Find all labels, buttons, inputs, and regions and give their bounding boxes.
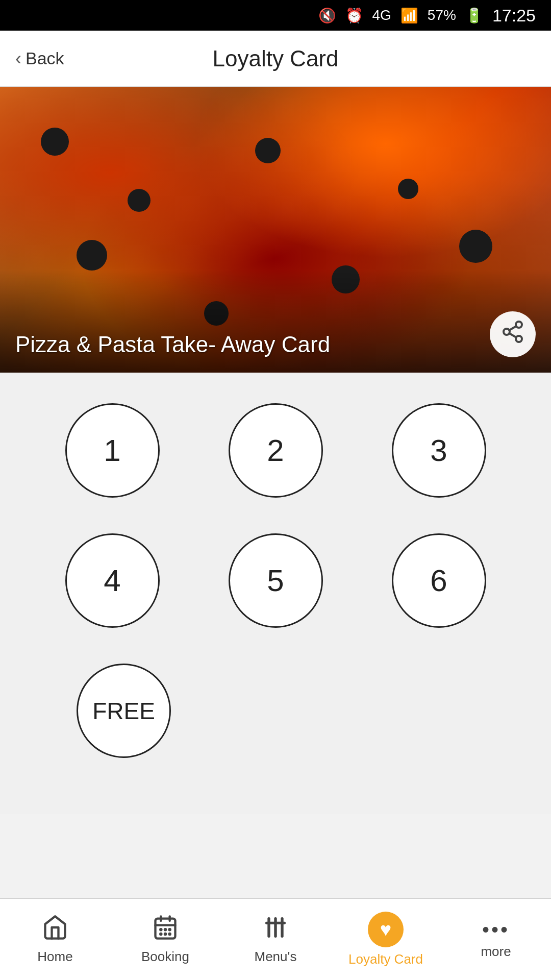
svg-line-4 — [509, 326, 516, 330]
bluetooth-icon: 🔇 — [318, 7, 336, 24]
top-nav: ‹ Back Loyalty Card — [0, 31, 551, 87]
signal-bars-icon: 📶 — [400, 7, 418, 24]
nav-loyalty-label: Loyalty Card — [348, 951, 423, 967]
time-display: 17:25 — [492, 6, 536, 26]
loyalty-bubble: ♥ — [368, 912, 404, 947]
share-icon — [500, 320, 525, 349]
home-icon — [42, 914, 68, 945]
stamp-row-2: 4 5 6 — [31, 533, 520, 628]
page-title: Loyalty Card — [212, 46, 338, 71]
stamp-2[interactable]: 2 — [229, 403, 323, 498]
stamp-row-3: FREE — [31, 664, 520, 758]
stamp-6-label: 6 — [430, 563, 447, 598]
hero-overlay: Pizza & Pasta Take- Away Card — [0, 271, 551, 373]
stamp-5[interactable]: 5 — [229, 533, 323, 628]
nav-menus[interactable]: Menu's — [220, 914, 331, 965]
nav-more[interactable]: ••• more — [441, 919, 551, 960]
stamp-3[interactable]: 3 — [392, 403, 486, 498]
signal-label: 4G — [372, 7, 391, 23]
booking-icon — [152, 914, 179, 945]
menus-icon — [262, 914, 289, 945]
topping-4 — [255, 138, 281, 163]
nav-more-label: more — [481, 944, 511, 960]
stamp-4-label: 4 — [104, 563, 120, 598]
stamp-5-label: 5 — [267, 563, 284, 598]
share-button[interactable] — [490, 311, 536, 357]
nav-loyalty[interactable]: ♥ Loyalty Card — [331, 912, 441, 967]
nav-booking-label: Booking — [141, 949, 189, 965]
hero-image: Pizza & Pasta Take- Away Card — [0, 87, 551, 373]
card-title: Pizza & Pasta Take- Away Card — [15, 332, 330, 357]
stamp-2-label: 2 — [267, 433, 284, 468]
loyalty-heart-icon: ♥ — [380, 919, 392, 941]
stamp-free-label: FREE — [92, 697, 155, 725]
back-label: Back — [26, 48, 64, 68]
topping-3 — [77, 240, 107, 271]
stamp-4[interactable]: 4 — [65, 533, 160, 628]
nav-home-label: Home — [37, 949, 72, 965]
stamp-3-label: 3 — [430, 433, 447, 468]
back-chevron-icon: ‹ — [15, 48, 21, 69]
status-bar: 🔇 ⏰ 4G 📶 57% 🔋 17:25 — [0, 0, 551, 31]
topping-1 — [41, 128, 69, 156]
stamp-1-label: 1 — [104, 433, 120, 468]
bottom-nav: Home Booking — [0, 898, 551, 980]
stamp-row-1: 1 2 3 — [31, 403, 520, 498]
stamp-free[interactable]: FREE — [77, 664, 171, 758]
stamp-1[interactable]: 1 — [65, 403, 160, 498]
topping-2 — [128, 189, 151, 212]
more-dots-icon: ••• — [482, 919, 510, 940]
topping-7 — [459, 230, 492, 263]
nav-menus-label: Menu's — [254, 949, 296, 965]
svg-line-3 — [509, 333, 516, 337]
nav-booking[interactable]: Booking — [110, 914, 220, 965]
nav-home[interactable]: Home — [0, 914, 110, 965]
alarm-icon: ⏰ — [345, 7, 363, 24]
back-button[interactable]: ‹ Back — [15, 48, 64, 69]
stamp-6[interactable]: 6 — [392, 533, 486, 628]
battery-label: 57% — [428, 7, 456, 23]
topping-6 — [398, 179, 418, 199]
stamps-area: 1 2 3 4 5 6 FREE — [0, 373, 551, 814]
battery-icon: 🔋 — [465, 7, 483, 24]
